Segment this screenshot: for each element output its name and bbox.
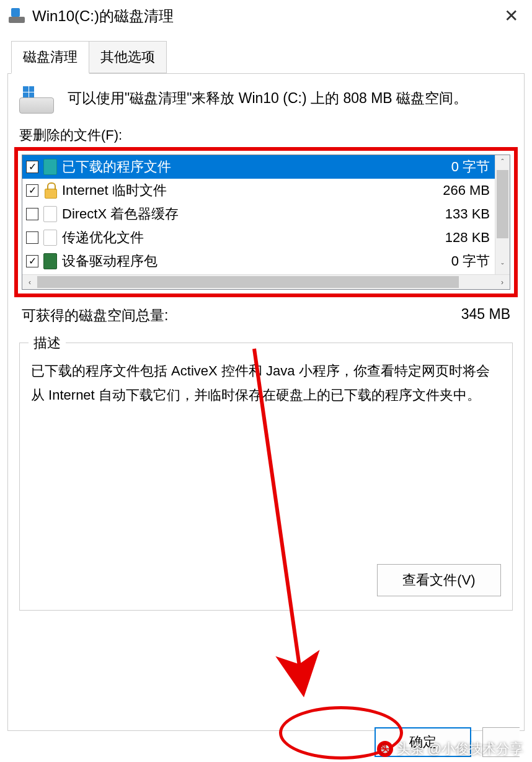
view-files-button[interactable]: 查看文件(V) (377, 564, 501, 596)
file-icon (43, 230, 57, 246)
description-body: 已下载的程序文件包括 ActiveX 控件和 Java 小程序，你查看特定网页时… (31, 359, 501, 407)
scroll-left-icon[interactable]: ‹ (22, 275, 37, 289)
close-icon[interactable]: ✕ (499, 7, 523, 25)
teal-icon (43, 159, 57, 175)
list-item[interactable]: 设备驱动程序包0 字节 (22, 249, 495, 273)
tab-bar: 磁盘清理 其他选项 (11, 41, 532, 73)
list-item[interactable]: Internet 临时文件266 MB (22, 179, 495, 202)
files-listbox[interactable]: 已下载的程序文件0 字节Internet 临时文件266 MBDirectX 着… (22, 155, 510, 290)
window-title: Win10(C:)的磁盘清理 (32, 6, 499, 26)
tab-other-options[interactable]: 其他选项 (89, 41, 167, 73)
summary-value: 345 MB (461, 306, 510, 325)
item-size: 0 字节 (444, 158, 490, 176)
checkbox[interactable] (26, 161, 38, 173)
tab-panel: 可以使用"磁盘清理"来释放 Win10 (C:) 上的 808 MB 磁盘空间。… (7, 73, 525, 731)
watermark-text: 头条 @小俊技术分享 (397, 740, 523, 758)
item-name: DirectX 着色器缓存 (62, 205, 438, 223)
checkbox[interactable] (26, 255, 38, 267)
summary-label: 可获得的磁盘空间总量: (22, 306, 168, 325)
drive-icon (19, 86, 54, 114)
list-item[interactable]: 传递优化文件128 KB (22, 226, 495, 249)
description-fieldset: 描述 已下载的程序文件包括 ActiveX 控件和 Java 小程序，你查看特定… (19, 343, 513, 611)
item-name: 已下载的程序文件 (62, 158, 444, 176)
scroll-up-icon[interactable]: ˆ (495, 155, 510, 170)
lock-icon (43, 182, 57, 199)
item-size: 0 字节 (444, 252, 490, 271)
titlebar: Win10(C:)的磁盘清理 ✕ (0, 0, 532, 30)
checkbox[interactable] (26, 208, 38, 220)
info-text: 可以使用"磁盘清理"来释放 Win10 (C:) 上的 808 MB 磁盘空间。 (68, 86, 468, 110)
vertical-scrollbar[interactable]: ˆ ˇ (495, 155, 510, 274)
description-legend: 描述 (29, 334, 66, 352)
item-size: 133 KB (438, 206, 490, 222)
summary-row: 可获得的磁盘空间总量: 345 MB (19, 306, 513, 325)
item-size: 266 MB (435, 182, 490, 199)
watermark-logo-icon: 头 (377, 741, 393, 757)
scrollbar-thumb[interactable] (497, 170, 508, 238)
info-row: 可以使用"磁盘清理"来释放 Win10 (C:) 上的 808 MB 磁盘空间。 (19, 86, 513, 114)
file-icon (43, 206, 57, 222)
green-icon (43, 253, 57, 269)
item-name: 传递优化文件 (62, 228, 438, 247)
scroll-down-icon[interactable]: ˇ (495, 259, 510, 274)
list-item[interactable]: 已下载的程序文件0 字节 (22, 155, 495, 179)
scroll-right-icon[interactable]: › (495, 275, 510, 289)
item-name: Internet 临时文件 (62, 181, 435, 200)
checkbox[interactable] (26, 231, 38, 244)
disk-cleanup-icon (9, 8, 25, 24)
tab-disk-cleanup[interactable]: 磁盘清理 (11, 41, 89, 74)
item-name: 设备驱动程序包 (62, 252, 444, 271)
files-to-delete-label: 要删除的文件(F): (19, 126, 513, 145)
list-item[interactable]: DirectX 着色器缓存133 KB (22, 202, 495, 226)
watermark: 头 头条 @小俊技术分享 (377, 740, 523, 758)
annotation-highlight-box: 已下载的程序文件0 字节Internet 临时文件266 MBDirectX 着… (14, 147, 518, 297)
item-size: 128 KB (438, 230, 490, 246)
checkbox[interactable] (26, 184, 38, 197)
scrollbar-thumb[interactable] (37, 276, 459, 288)
horizontal-scrollbar[interactable]: ‹ › (22, 274, 510, 289)
